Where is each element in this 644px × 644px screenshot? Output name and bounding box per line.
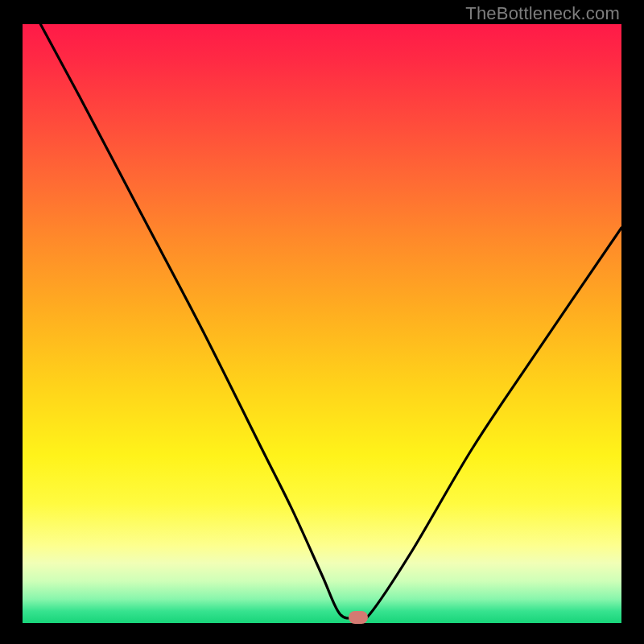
chart-plot-area [23, 24, 621, 623]
bottleneck-curve [23, 24, 621, 623]
chart-frame: TheBottleneck.com [0, 0, 644, 644]
optimal-point-marker [349, 611, 368, 624]
attribution-text: TheBottleneck.com [465, 3, 620, 24]
